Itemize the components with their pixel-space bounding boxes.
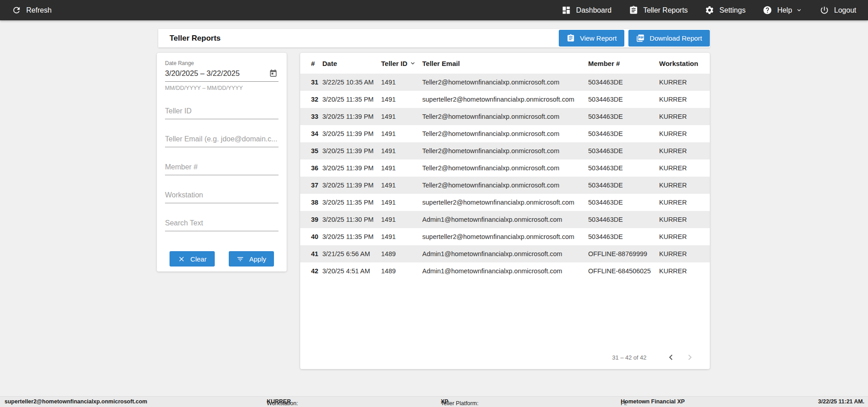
nav-item-logout[interactable]: Logout xyxy=(820,5,856,15)
cell-workstation: KURRER xyxy=(659,233,699,240)
cell-teller-email: Teller2@hometownfinancialxp.onmicrosoft.… xyxy=(422,79,588,86)
cell-row-number: 42 xyxy=(311,267,322,275)
column-label: Teller ID xyxy=(381,60,407,67)
chevron-left-icon xyxy=(665,352,676,363)
nav-item-settings[interactable]: Settings xyxy=(705,5,745,15)
cell-row-number: 40 xyxy=(311,233,322,240)
column-header-member[interactable]: Member # xyxy=(588,60,659,67)
cell-workstation: KURRER xyxy=(659,250,699,257)
cell-teller-id: 1491 xyxy=(381,199,422,206)
column-label: Member # xyxy=(588,60,620,67)
power-icon xyxy=(820,5,829,15)
table-row: 36 3/20/25 11:39 PM 1491 Teller2@hometow… xyxy=(300,159,710,177)
table-row: 39 3/20/25 11:30 PM 1491 Admin1@hometown… xyxy=(300,211,710,228)
status-fi-label: FI: xyxy=(621,400,627,407)
cell-teller-email: Teller2@hometownfinancialxp.onmicrosoft.… xyxy=(422,164,588,172)
next-page-button[interactable] xyxy=(683,350,697,365)
cell-teller-id: 1491 xyxy=(381,216,422,223)
nav-item-help[interactable]: Help xyxy=(763,5,802,15)
column-label: Workstation xyxy=(659,60,698,67)
refresh-button[interactable]: Refresh xyxy=(12,5,52,15)
cell-teller-id: 1491 xyxy=(381,79,422,86)
cell-member-number: 5034463DE xyxy=(588,96,659,103)
column-header-teller-email[interactable]: Teller Email xyxy=(422,60,588,67)
cell-teller-id: 1491 xyxy=(381,147,422,154)
status-timestamp: 3/22/25 11:21 AM. xyxy=(818,398,864,405)
column-header-num[interactable]: # xyxy=(311,60,322,67)
cell-date: 3/20/25 11:39 PM xyxy=(322,147,381,154)
column-header-teller-id[interactable]: Teller ID xyxy=(381,60,422,67)
cell-member-number: 5034463DE xyxy=(588,199,659,206)
refresh-icon xyxy=(12,5,21,15)
cell-row-number: 38 xyxy=(311,199,322,206)
report-icon xyxy=(566,34,575,42)
cell-member-number: 5034463DE xyxy=(588,147,659,154)
teller-email-input[interactable] xyxy=(165,131,278,147)
refresh-label: Refresh xyxy=(26,6,52,14)
nav-item-dashboard[interactable]: Dashboard xyxy=(561,5,611,15)
status-platform-label: Teller Platform: xyxy=(441,400,478,407)
previous-page-button[interactable] xyxy=(664,350,678,365)
date-format-hint: MM/DD/YYYY – MM/DD/YYYY xyxy=(165,85,278,91)
filter-icon xyxy=(236,255,244,263)
status-teller-platform: Teller Platform: XP xyxy=(441,398,448,405)
member-number-input[interactable] xyxy=(165,159,278,175)
table-row: 35 3/20/25 11:39 PM 1491 Teller2@hometow… xyxy=(300,142,710,159)
search-text-input[interactable] xyxy=(165,215,278,231)
nav-item-label: Dashboard xyxy=(576,6,611,14)
cell-member-number: 5034463DE xyxy=(588,130,659,137)
cell-row-number: 37 xyxy=(311,182,322,189)
teller-id-input[interactable] xyxy=(165,103,278,119)
page-title: Teller Reports xyxy=(170,34,221,43)
page-header: Teller Reports View Report Download Repo… xyxy=(158,29,710,47)
cell-workstation: KURRER xyxy=(659,267,699,275)
nav-item-label: Help xyxy=(777,6,792,14)
cell-workstation: KURRER xyxy=(659,79,699,86)
cell-member-number: 5034463DE xyxy=(588,164,659,172)
table-row: 31 3/22/25 10:35 AM 1491 Teller2@hometow… xyxy=(300,74,710,91)
cell-teller-id: 1491 xyxy=(381,182,422,189)
cell-date: 3/22/25 10:35 AM xyxy=(322,79,381,86)
table-row: 38 3/20/25 11:35 PM 1491 superteller2@ho… xyxy=(300,194,710,211)
cell-teller-email: superteller2@hometownfinancialxp.onmicro… xyxy=(422,199,588,206)
cell-teller-id: 1489 xyxy=(381,250,422,257)
status-user-email: superteller2@hometownfinancialxp.onmicro… xyxy=(5,398,147,405)
column-label: Date xyxy=(322,60,337,67)
column-header-date[interactable]: Date xyxy=(322,60,381,67)
cell-date: 3/20/25 11:39 PM xyxy=(322,182,381,189)
workstation-input[interactable] xyxy=(165,187,278,203)
column-label: # xyxy=(311,60,315,67)
clipboard-icon xyxy=(629,5,638,15)
cell-row-number: 34 xyxy=(311,130,322,137)
status-bar: superteller2@hometownfinancialxp.onmicro… xyxy=(0,396,868,407)
cell-workstation: KURRER xyxy=(659,130,699,137)
clear-button[interactable]: Clear xyxy=(170,251,215,267)
pagination-range-label: 31 – 42 of 42 xyxy=(612,354,646,361)
view-report-button[interactable]: View Report xyxy=(559,30,624,47)
cell-teller-email: superteller2@hometownfinancialxp.onmicro… xyxy=(422,96,588,103)
cell-teller-email: Teller2@hometownfinancialxp.onmicrosoft.… xyxy=(422,130,588,137)
top-navbar: Refresh Dashboard Teller Reports Setting… xyxy=(0,0,868,20)
column-label: Teller Email xyxy=(422,60,460,67)
cell-date: 3/20/25 11:35 PM xyxy=(322,199,381,206)
nav-item-teller-reports[interactable]: Teller Reports xyxy=(629,5,688,15)
cell-member-number: 5034463DE xyxy=(588,113,659,120)
date-range-input[interactable] xyxy=(165,66,278,81)
cell-teller-id: 1489 xyxy=(381,267,422,275)
calendar-icon[interactable] xyxy=(268,68,278,79)
download-report-button[interactable]: Download Report xyxy=(628,30,710,47)
cell-workstation: KURRER xyxy=(659,96,699,103)
date-range-label: Date Range xyxy=(165,60,278,66)
table-row: 34 3/20/25 11:39 PM 1491 Teller2@hometow… xyxy=(300,125,710,142)
cell-member-number: OFFLINE-88769999 xyxy=(588,250,659,257)
nav-item-label: Settings xyxy=(719,6,745,14)
cell-teller-email: Teller2@hometownfinancialxp.onmicrosoft.… xyxy=(422,182,588,189)
table-row: 33 3/20/25 11:39 PM 1491 Teller2@hometow… xyxy=(300,108,710,125)
cell-teller-email: Teller2@hometownfinancialxp.onmicrosoft.… xyxy=(422,147,588,154)
pdf-icon xyxy=(636,34,645,42)
column-header-workstation[interactable]: Workstation xyxy=(659,60,699,67)
report-table-card: # Date Teller ID Teller Email Member # W… xyxy=(300,53,710,369)
table-row: 37 3/20/25 11:39 PM 1491 Teller2@hometow… xyxy=(300,177,710,194)
apply-button[interactable]: Apply xyxy=(229,251,274,267)
cell-teller-email: Admin1@hometownfinancialxp.onmicrosoft.c… xyxy=(422,250,588,257)
